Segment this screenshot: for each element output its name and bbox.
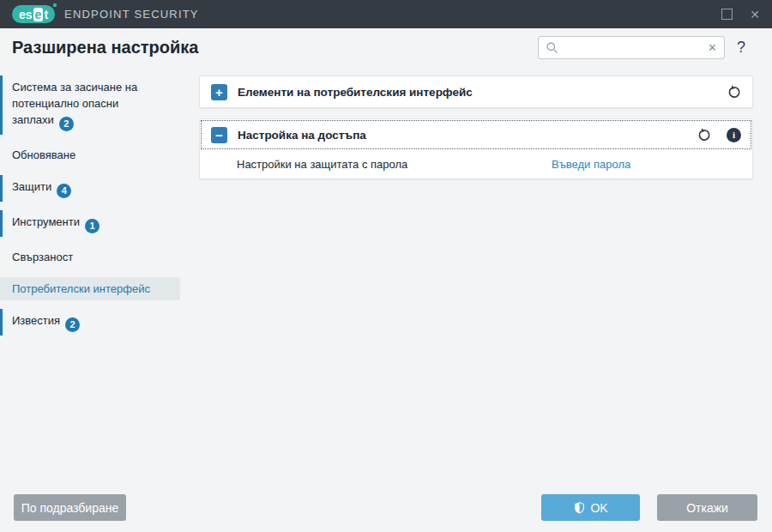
close-icon[interactable]: ✕ <box>750 9 760 21</box>
expand-icon[interactable]: + <box>211 84 227 100</box>
eset-logo-text: es <box>19 9 33 21</box>
sidebar-item-label: Защити <box>12 180 51 193</box>
panel-access-setup: − Настройка на достъпа i Настройки на за… <box>199 118 753 179</box>
titlebar: eset ENDPOINT SECURITY ✕ <box>0 0 772 28</box>
window-controls: ✕ <box>721 0 760 28</box>
revert-icon[interactable] <box>727 85 741 100</box>
sidebar-badge: 2 <box>65 317 80 332</box>
cancel-button-label: Откажи <box>686 501 728 515</box>
settings-panels: + Елементи на потребителския интерфейс −… <box>199 76 753 190</box>
sidebar-item-notifications[interactable]: Известия2 <box>0 309 180 336</box>
sidebar-item-label: Потребителски интерфейс <box>12 282 150 295</box>
sidebar-badge: 2 <box>59 117 74 131</box>
maximize-icon[interactable] <box>721 9 733 20</box>
default-button[interactable]: По подразбиране <box>14 494 126 521</box>
sidebar-badge: 1 <box>85 219 100 233</box>
info-icon[interactable]: i <box>727 128 741 142</box>
sidebar-item-connectivity[interactable]: Свързаност <box>0 245 180 269</box>
default-button-label: По подразбиране <box>21 501 119 515</box>
eset-logo-boxed-letter: e <box>33 8 44 21</box>
panel-ui-elements-header[interactable]: + Елементи на потребителския интерфейс <box>200 76 752 107</box>
sidebar-item-tools[interactable]: Инструменти1 <box>0 210 180 237</box>
eset-logo-text-end: t <box>44 9 48 21</box>
ok-button-label: OK <box>590 501 607 515</box>
ok-button[interactable]: OK <box>541 494 640 521</box>
panel-title: Елементи на потребителския интерфейс <box>238 86 711 99</box>
sidebar-badge: 4 <box>57 184 71 198</box>
search-box[interactable]: ✕ <box>538 36 725 59</box>
sidebar-item-label: Система за засичане на потенциално опасн… <box>12 81 137 126</box>
sidebar-item-label: Известия <box>12 314 60 327</box>
setting-label: Настройки на защитата с парола <box>237 158 407 171</box>
panel-ui-elements: + Елементи на потребителския интерфейс <box>199 76 753 108</box>
sidebar-item-hips[interactable]: Система за засичане на потенциално опасн… <box>0 76 180 135</box>
page-title: Разширена настройка <box>12 38 198 57</box>
panel-title: Настройка на достъпа <box>238 129 681 142</box>
sidebar-item-protections[interactable]: Защити4 <box>0 175 180 202</box>
sidebar-item-label: Свързаност <box>12 251 73 263</box>
search-icon <box>546 41 558 54</box>
eset-logo: eset <box>12 5 55 23</box>
app-name: ENDPOINT SECURITY <box>64 8 199 21</box>
revert-icon[interactable] <box>697 128 711 142</box>
cancel-button[interactable]: Откажи <box>657 494 757 521</box>
help-icon[interactable]: ? <box>737 39 745 57</box>
panel-access-setup-header[interactable]: − Настройка на достъпа i <box>200 119 752 150</box>
search-clear-icon[interactable]: ✕ <box>708 42 717 53</box>
shield-icon <box>573 501 586 515</box>
collapse-icon[interactable]: − <box>211 127 227 143</box>
search-input[interactable] <box>564 40 708 55</box>
sidebar: Система за засичане на потенциално опасн… <box>0 76 197 344</box>
trademark-dot <box>53 3 57 7</box>
set-password-link[interactable]: Въведи парола <box>552 158 630 171</box>
password-settings-row: Настройки на защитата с парола Въведи па… <box>200 150 752 178</box>
sidebar-item-update[interactable]: Обновяване <box>0 143 180 166</box>
sidebar-item-label: Обновяване <box>12 148 75 161</box>
sidebar-item-user-interface[interactable]: Потребителски интерфейс <box>0 277 180 300</box>
sidebar-item-label: Инструменти <box>12 215 80 228</box>
